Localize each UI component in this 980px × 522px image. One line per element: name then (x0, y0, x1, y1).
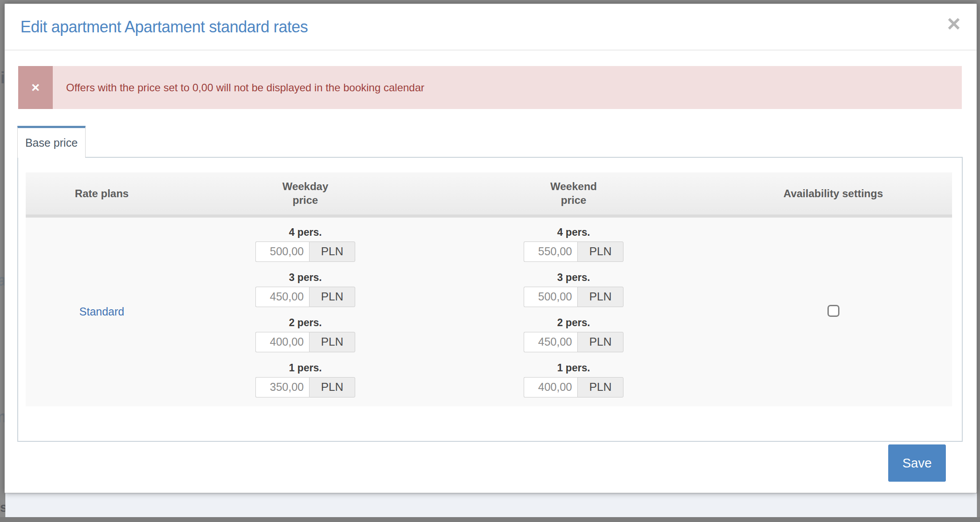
availability-cell (714, 216, 952, 406)
modal-actions: Save (5, 444, 946, 482)
persons-label: 4 pers. (524, 226, 623, 238)
weekend-price-input-3pers[interactable] (524, 287, 577, 307)
table-row: Standard 4 pers. PLN (26, 216, 952, 406)
persons-label: 3 pers. (524, 272, 623, 284)
page-footer-band (5, 493, 977, 517)
weekday-price-input-1pers[interactable] (255, 377, 309, 397)
persons-label: 3 pers. (255, 272, 355, 284)
alert-dismiss-icon[interactable]: × (18, 66, 53, 109)
modal-header: Edit apartment Apartament standard rates… (5, 4, 976, 51)
price-group: 2 pers. PLN (524, 317, 623, 352)
persons-label: 2 pers. (255, 317, 355, 329)
weekend-price-input-2pers[interactable] (524, 332, 577, 352)
price-group: 3 pers. PLN (255, 272, 355, 307)
weekday-price-cell: 4 pers. PLN 3 pers. PLN (178, 216, 433, 406)
save-button[interactable]: Save (888, 444, 946, 482)
currency-addon: PLN (309, 332, 355, 352)
rates-table: Rate plans Weekday price Weekend price A… (26, 172, 952, 406)
persons-label: 2 pers. (524, 317, 623, 329)
price-group: 3 pers. PLN (524, 272, 623, 307)
price-group: 1 pers. PLN (524, 362, 623, 397)
warning-alert: × Offers with the price set to 0,00 will… (18, 66, 962, 109)
price-group: 1 pers. PLN (255, 362, 355, 397)
header-availability-settings: Availability settings (714, 172, 952, 216)
modal-title: Edit apartment Apartament standard rates (20, 18, 308, 36)
close-icon[interactable]: × (947, 12, 960, 35)
currency-addon: PLN (309, 242, 355, 262)
price-group: 4 pers. PLN (255, 226, 355, 262)
rate-plan-cell: Standard (26, 216, 178, 406)
tab-base-price[interactable]: Base price (17, 126, 86, 158)
header-weekday-price: Weekday price (178, 172, 433, 216)
price-group: 4 pers. PLN (524, 226, 623, 262)
availability-checkbox[interactable] (827, 305, 839, 317)
currency-addon: PLN (577, 377, 623, 397)
edit-rates-modal: Edit apartment Apartament standard rates… (4, 4, 977, 493)
rate-plan-standard-link[interactable]: Standard (79, 305, 124, 318)
tab-strip: Base price (17, 126, 976, 157)
backdrop-bottom-strip (0, 517, 980, 522)
currency-addon: PLN (577, 332, 623, 352)
currency-addon: PLN (309, 377, 355, 397)
currency-addon: PLN (577, 242, 623, 262)
persons-label: 1 pers. (255, 362, 355, 374)
weekday-price-input-4pers[interactable] (255, 242, 309, 262)
weekday-price-input-3pers[interactable] (255, 287, 309, 307)
weekend-price-cell: 4 pers. PLN 3 pers. PLN (433, 216, 714, 406)
price-group: 2 pers. PLN (255, 317, 355, 352)
currency-addon: PLN (577, 287, 623, 307)
weekday-price-input-2pers[interactable] (255, 332, 309, 352)
base-price-panel: Rate plans Weekday price Weekend price A… (17, 157, 963, 442)
currency-addon: PLN (309, 287, 355, 307)
persons-label: 1 pers. (524, 362, 623, 374)
header-rate-plans: Rate plans (26, 172, 178, 216)
alert-message: Offers with the price set to 0,00 will n… (53, 66, 962, 109)
weekend-price-input-1pers[interactable] (524, 377, 577, 397)
weekend-price-input-4pers[interactable] (524, 242, 577, 262)
header-weekend-price: Weekend price (433, 172, 714, 216)
persons-label: 4 pers. (255, 226, 355, 238)
